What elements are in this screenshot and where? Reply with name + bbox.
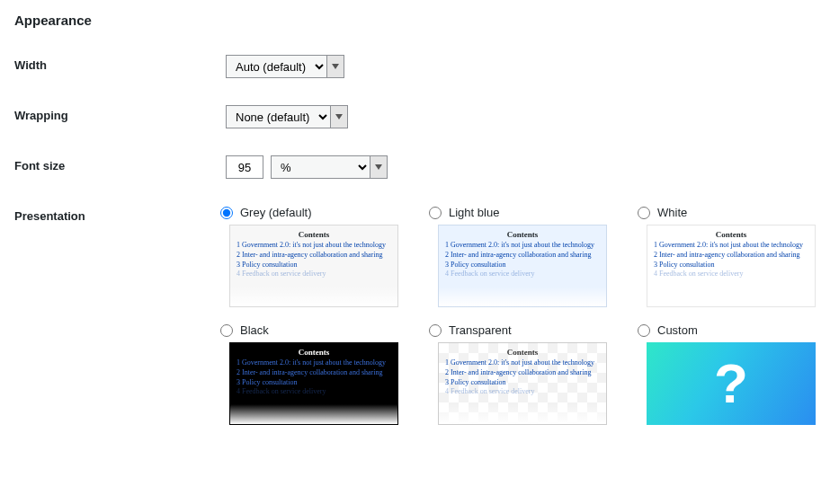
presentation-radio-transparent[interactable] <box>429 324 442 337</box>
wrapping-select-native[interactable]: None (default) <box>226 105 330 128</box>
width-select[interactable]: Auto (default) <box>226 55 344 78</box>
presentation-option-custom: Custom? <box>638 323 825 425</box>
preview-item: 4 Feedback on service delivery <box>237 270 391 279</box>
preview-item: 1 Government 2.0: it's not just about th… <box>237 358 391 368</box>
presentation-preview-transparent[interactable]: Contents1 Government 2.0: it's not just … <box>438 342 607 425</box>
presentation-option-white: WhiteContents1 Government 2.0: it's not … <box>638 206 825 307</box>
presentation-radio-row[interactable]: Custom <box>638 323 825 337</box>
preview-item: 1 Government 2.0: it's not just about th… <box>654 241 808 251</box>
preview-item: 2 Inter- and intra-agency collaboration … <box>237 251 391 261</box>
chevron-down-icon <box>326 55 344 78</box>
fontsize-label: Font size <box>14 155 226 172</box>
presentation-preview-grey[interactable]: Contents1 Government 2.0: it's not just … <box>229 225 398 307</box>
presentation-option-label: Light blue <box>449 206 499 219</box>
preview-item: 3 Policy consultation <box>445 261 600 270</box>
fontsize-input[interactable] <box>226 155 263 179</box>
preview-item: 1 Government 2.0: it's not just about th… <box>445 241 600 251</box>
presentation-radio-lightblue[interactable] <box>429 207 442 219</box>
preview-title: Contents <box>445 230 600 239</box>
presentation-preview-black[interactable]: Contents1 Government 2.0: it's not just … <box>229 342 398 425</box>
presentation-option-transparent: TransparentContents1 Government 2.0: it'… <box>429 323 616 425</box>
row-width: Width Auto (default) <box>14 55 825 78</box>
presentation-radio-row[interactable]: Grey (default) <box>220 206 407 219</box>
presentation-option-label: White <box>657 206 687 219</box>
preview-item: 4 Feedback on service delivery <box>237 387 391 397</box>
presentation-option-label: Grey (default) <box>240 206 311 219</box>
preview-title: Contents <box>445 348 600 357</box>
presentation-option-grey: Grey (default)Contents1 Government 2.0: … <box>220 206 407 307</box>
presentation-radio-grey[interactable] <box>220 207 233 219</box>
preview-item: 2 Inter- and intra-agency collaboration … <box>445 368 600 378</box>
preview-item: 2 Inter- and intra-agency collaboration … <box>445 251 600 261</box>
wrapping-select[interactable]: None (default) <box>226 105 348 128</box>
preview-item: 3 Policy consultation <box>237 378 391 388</box>
presentation-option-label: Transparent <box>449 323 512 337</box>
presentation-option-black: BlackContents1 Government 2.0: it's not … <box>220 323 407 425</box>
preview-item: 4 Feedback on service delivery <box>445 270 600 279</box>
presentation-label: Presentation <box>14 206 220 223</box>
width-label: Width <box>14 55 226 72</box>
presentation-radio-row[interactable]: White <box>638 206 825 219</box>
preview-title: Contents <box>237 230 391 239</box>
presentation-option-lightblue: Light blueContents1 Government 2.0: it's… <box>429 206 616 307</box>
presentation-option-label: Custom <box>657 323 698 337</box>
section-title: Appearance <box>14 13 825 28</box>
presentation-radio-row[interactable]: Light blue <box>429 206 616 219</box>
preview-item: 2 Inter- and intra-agency collaboration … <box>654 251 808 261</box>
preview-item: 1 Government 2.0: it's not just about th… <box>445 358 600 368</box>
preview-item: 4 Feedback on service delivery <box>445 387 600 397</box>
presentation-radio-row[interactable]: Transparent <box>429 323 616 337</box>
presentation-option-label: Black <box>240 323 269 337</box>
wrapping-label: Wrapping <box>14 105 226 122</box>
presentation-radio-white[interactable] <box>638 207 650 219</box>
row-presentation: Presentation Grey (default)Contents1 Gov… <box>14 206 825 425</box>
presentation-preview-white[interactable]: Contents1 Government 2.0: it's not just … <box>647 225 816 307</box>
preview-item: 3 Policy consultation <box>445 378 600 388</box>
presentation-preview-lightblue[interactable]: Contents1 Government 2.0: it's not just … <box>438 225 607 307</box>
presentation-radio-black[interactable] <box>220 324 233 337</box>
chevron-down-icon <box>330 105 348 128</box>
question-mark-icon: ? <box>714 356 748 411</box>
preview-item: 3 Policy consultation <box>237 261 391 270</box>
preview-item: 1 Government 2.0: it's not just about th… <box>237 241 391 251</box>
width-select-native[interactable]: Auto (default) <box>226 55 326 78</box>
fontsize-unit-select[interactable]: % <box>271 155 388 179</box>
row-fontsize: Font size % <box>14 155 825 179</box>
preview-title: Contents <box>654 230 808 239</box>
preview-item: 3 Policy consultation <box>654 261 808 270</box>
preview-item: 4 Feedback on service delivery <box>654 270 808 279</box>
preview-item: 2 Inter- and intra-agency collaboration … <box>237 368 391 378</box>
fontsize-unit-native[interactable]: % <box>271 155 370 179</box>
row-wrapping: Wrapping None (default) <box>14 105 825 128</box>
chevron-down-icon <box>370 155 388 179</box>
presentation-radio-row[interactable]: Black <box>220 323 407 337</box>
presentation-preview-custom[interactable]: ? <box>647 342 816 425</box>
presentation-radio-custom[interactable] <box>638 324 650 337</box>
preview-title: Contents <box>237 348 391 357</box>
